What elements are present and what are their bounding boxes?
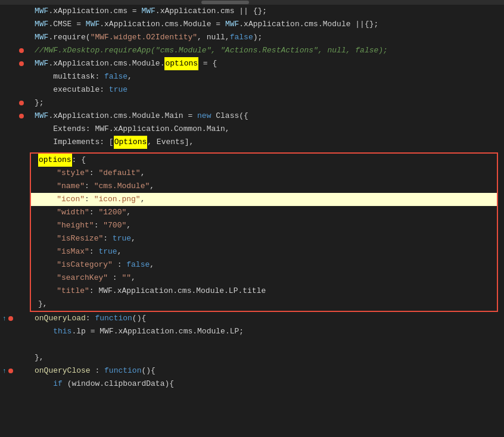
rb-content-12: }, bbox=[31, 298, 497, 311]
rb-content-2: "style": "default", bbox=[31, 167, 497, 180]
rb-content-8: "isMax": true, bbox=[31, 245, 497, 258]
code-content-10: Extends: MWF.xApplication.Common.Main, bbox=[30, 123, 504, 136]
gutter-4 bbox=[0, 44, 30, 57]
code-after-4: }, bbox=[0, 351, 504, 364]
code-content-1: MWF.xApplication.cms = MWF.xApplication.… bbox=[30, 5, 504, 18]
rb-content-4: "icon": "icon.png", bbox=[31, 193, 497, 206]
code-line-11: Implements: [Options, Events], bbox=[0, 136, 504, 149]
code-line-8: }; bbox=[0, 96, 504, 110]
options-highlight-3: options bbox=[38, 154, 72, 167]
code-content-11: Implements: [Options, Events], bbox=[30, 136, 504, 149]
code-after-1: ↑ onQueryLoad: function(){ bbox=[0, 312, 504, 325]
gutter-1 bbox=[0, 5, 30, 18]
code-content-6: multitask: false, bbox=[30, 70, 504, 83]
rb-line-9: "isCategory" : false, bbox=[31, 258, 497, 271]
rb-line-6: "height": "700", bbox=[31, 219, 497, 232]
gutter-5 bbox=[0, 57, 30, 70]
code-line-5: MWF.xApplication.cms.Module.options = { bbox=[0, 57, 504, 70]
code-after-5: ↑ onQueryClose : function(){ bbox=[0, 364, 504, 377]
code-line-1: MWF.xApplication.cms = MWF.xApplication.… bbox=[0, 5, 504, 18]
code-after-content-5: onQueryClose : function(){ bbox=[30, 364, 504, 377]
code-after-6: if (window.clipboardData){ bbox=[0, 377, 504, 391]
dot-after-1 bbox=[8, 316, 13, 321]
rb-content-1: options: { bbox=[31, 154, 497, 167]
gutter-after-3 bbox=[0, 338, 30, 351]
rb-line-10: "searchKey" : "", bbox=[31, 271, 497, 285]
rb-line-12: }, bbox=[31, 298, 497, 311]
gutter-7 bbox=[0, 83, 30, 96]
rb-content-3: "name": "cms.Module", bbox=[31, 180, 497, 193]
rb-line-11: "title": MWF.xApplication.cms.Module.LP.… bbox=[31, 285, 497, 298]
rb-line-2: "style": "default", bbox=[31, 167, 497, 180]
code-after-content-1: onQueryLoad: function(){ bbox=[30, 312, 504, 325]
code-content-4: //MWF.xDesktop.requireApp("cms.Module", … bbox=[30, 44, 504, 57]
rb-line-7: "isResize": true, bbox=[31, 232, 497, 245]
scrollbar-top[interactable] bbox=[0, 0, 504, 5]
code-line-2: MWF.CMSE = MWF.xApplication.cms.Module =… bbox=[0, 18, 504, 31]
rb-line-1: options: { bbox=[31, 154, 497, 167]
code-content-9: MWF.xApplication.cms.Module.Main = new C… bbox=[30, 110, 504, 123]
rb-line-3: "name": "cms.Module", bbox=[31, 180, 497, 193]
dot-marker-8 bbox=[19, 101, 24, 105]
gutter-after-4 bbox=[0, 351, 30, 364]
code-line-9: MWF.xApplication.cms.Module.Main = new C… bbox=[0, 110, 504, 123]
code-content-7: executable: true bbox=[30, 83, 504, 96]
gutter-10 bbox=[0, 123, 30, 136]
gutter-3 bbox=[0, 31, 30, 44]
code-content-2: MWF.CMSE = MWF.xApplication.cms.Module =… bbox=[30, 18, 504, 31]
gutter-9 bbox=[0, 110, 30, 123]
code-line-4: //MWF.xDesktop.requireApp("cms.Module", … bbox=[0, 44, 504, 57]
gutter-after-6 bbox=[0, 377, 30, 391]
gutter-after-5: ↑ bbox=[0, 364, 30, 377]
code-line-10: Extends: MWF.xApplication.Common.Main, bbox=[0, 123, 504, 136]
dot-after-5 bbox=[8, 369, 13, 373]
rb-content-5: "width": "1200", bbox=[31, 206, 497, 219]
code-content-8: }; bbox=[30, 96, 504, 110]
rb-line-4-highlighted: "icon": "icon.png", bbox=[31, 193, 497, 206]
code-after-3 bbox=[0, 338, 504, 351]
options-highlight-1: options bbox=[164, 57, 198, 70]
editor-container: MWF.xApplication.cms = MWF.xApplication.… bbox=[0, 0, 504, 437]
dot-marker-9 bbox=[19, 114, 24, 118]
code-after-content-2: this.lp = MWF.xApplication.cms.Module.LP… bbox=[30, 325, 504, 338]
gutter-2 bbox=[0, 18, 30, 31]
gutter-after-2 bbox=[0, 325, 30, 338]
gutter-11 bbox=[0, 136, 30, 149]
code-after-2: this.lp = MWF.xApplication.cms.Module.LP… bbox=[0, 325, 504, 338]
rb-content-10: "searchKey" : "", bbox=[31, 271, 497, 285]
gutter-after-1: ↑ bbox=[0, 312, 30, 325]
code-line-6: multitask: false, bbox=[0, 70, 504, 83]
code-line-3: MWF.require("MWF.widget.O2Identity", nul… bbox=[0, 31, 504, 44]
code-content-3: MWF.require("MWF.widget.O2Identity", nul… bbox=[30, 31, 504, 44]
scrollbar-thumb[interactable] bbox=[201, 1, 249, 4]
rb-line-8: "isMax": true, bbox=[31, 245, 497, 258]
red-box-section: options: { "style": "default", "name": "… bbox=[30, 152, 498, 312]
dot-marker-4 bbox=[19, 48, 24, 53]
rb-content-9: "isCategory" : false, bbox=[31, 258, 497, 271]
rb-content-7: "isResize": true, bbox=[31, 232, 497, 245]
gutter-6 bbox=[0, 70, 30, 83]
rb-content-6: "height": "700", bbox=[31, 219, 497, 232]
code-content-5: MWF.xApplication.cms.Module.options = { bbox=[30, 57, 504, 70]
arrow-marker-1: ↑ bbox=[2, 315, 7, 322]
code-after-content-3 bbox=[30, 338, 504, 351]
dot-marker-5 bbox=[19, 61, 24, 66]
code-after-content-4: }, bbox=[30, 351, 504, 364]
options-highlight-2: Options bbox=[114, 136, 148, 149]
gutter-8 bbox=[0, 96, 30, 110]
code-area: MWF.xApplication.cms = MWF.xApplication.… bbox=[0, 5, 504, 391]
code-after-content-6: if (window.clipboardData){ bbox=[30, 377, 504, 391]
code-line-7: executable: true bbox=[0, 83, 504, 96]
arrow-marker-2: ↑ bbox=[2, 367, 7, 374]
rb-content-11: "title": MWF.xApplication.cms.Module.LP.… bbox=[31, 285, 497, 298]
rb-line-5: "width": "1200", bbox=[31, 206, 497, 219]
